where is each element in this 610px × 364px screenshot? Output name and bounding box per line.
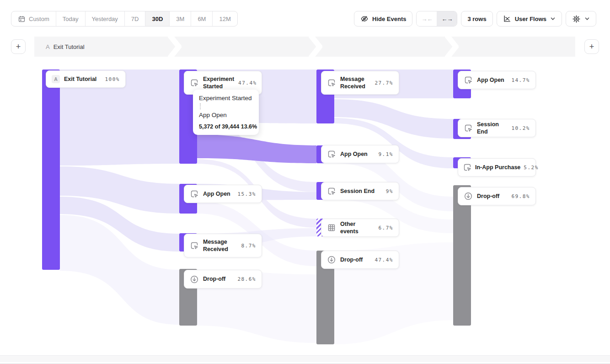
date-range-30d[interactable]: 30D <box>145 11 169 26</box>
cursor-click-icon <box>327 78 336 87</box>
chevron-down-icon <box>550 16 556 21</box>
step-header-band: A Exit Tutorial <box>34 37 575 57</box>
cursor-click-icon <box>463 163 472 172</box>
cursor-click-icon <box>327 150 336 159</box>
date-range-label: Custom <box>29 16 49 22</box>
flow-node-in-app-purchase-4[interactable]: In-App Purchase 5.2% <box>458 158 536 177</box>
collapse-expand-toggle: →← ←→ <box>416 11 457 27</box>
user-flows-app: Custom Today Yesterday 7D 30D 3M 6M 12M … <box>0 0 610 364</box>
flow-node-message-received-2[interactable]: Message Received 8.7% <box>184 234 262 257</box>
flow-node-session-end-4[interactable]: Session End 10.2% <box>458 119 536 137</box>
gear-icon <box>572 15 581 23</box>
date-range-control: Custom Today Yesterday 7D 30D 3M 6M 12M <box>11 11 238 27</box>
tooltip-from-event: Experiment Started <box>199 95 253 102</box>
flow-node-dropoff-3[interactable]: Drop-off 47.4% <box>321 251 399 269</box>
rows-button[interactable]: 3 rows <box>461 11 492 27</box>
cursor-click-icon <box>190 241 199 250</box>
step-separator-chevron <box>168 37 182 57</box>
flow-node-session-end-3[interactable]: Session End 9% <box>321 182 399 200</box>
flow-node-dropoff-4[interactable]: Drop-off 69.8% <box>458 187 536 205</box>
toolbar-right: Hide Events →← ←→ 3 rows <box>354 11 596 27</box>
grid-icon <box>327 223 336 232</box>
step-a-header[interactable]: A Exit Tutorial <box>46 37 85 57</box>
flow-node-dropoff-2[interactable]: Drop-off 28.6% <box>184 270 262 289</box>
date-range-today[interactable]: Today <box>56 11 85 26</box>
cursor-click-icon <box>190 189 199 198</box>
step-separator-chevron <box>309 37 322 57</box>
cursor-click-icon <box>327 187 336 196</box>
date-range-3m[interactable]: 3M <box>169 11 191 26</box>
flows-chart-icon <box>503 15 511 23</box>
step-name: Exit Tutorial <box>54 43 85 50</box>
settings-button[interactable] <box>566 11 596 27</box>
calendar-icon <box>18 15 26 23</box>
arrow-down-circle-icon <box>327 255 336 264</box>
chevron-down-icon <box>584 16 590 21</box>
step-separator-chevron <box>445 37 459 57</box>
tooltip-to-event: App Open <box>199 112 253 118</box>
collapse-columns-button[interactable]: →← <box>417 11 437 26</box>
view-selector[interactable]: User Flows <box>497 11 562 27</box>
cursor-click-icon <box>190 78 199 87</box>
flow-node-other-events-3[interactable]: Other events 6.7% <box>321 219 399 237</box>
cursor-click-icon <box>464 75 473 85</box>
step-a-badge: A <box>52 75 60 83</box>
flow-node-app-open-2[interactable]: App Open 15.3% <box>184 185 262 203</box>
step-prefix: A <box>46 43 50 50</box>
toolbar: Custom Today Yesterday 7D 30D 3M 6M 12M … <box>11 11 596 27</box>
add-step-right-button[interactable]: + <box>584 39 599 54</box>
add-step-left-button[interactable]: + <box>11 39 26 54</box>
flow-node-message-received-3[interactable]: Message Received 27.7% <box>321 71 399 95</box>
flow-bar-exit-tutorial[interactable] <box>42 70 60 270</box>
arrows-inward-icon: →← <box>421 16 432 22</box>
date-range-yesterday[interactable]: Yesterday <box>85 11 124 26</box>
flow-node-app-open-4[interactable]: App Open 14.7% <box>458 71 536 89</box>
flow-bar-dropoff-4[interactable] <box>453 185 471 326</box>
arrow-down-circle-icon <box>190 275 199 284</box>
date-range-custom[interactable]: Custom <box>11 11 56 26</box>
date-range-6m[interactable]: 6M <box>191 11 212 26</box>
eye-off-icon <box>360 15 369 23</box>
arrow-down-circle-icon <box>464 192 473 201</box>
expand-columns-button[interactable]: ←→ <box>437 11 457 26</box>
date-range-7d[interactable]: 7D <box>124 11 145 26</box>
cursor-click-icon <box>464 123 473 133</box>
date-range-12m[interactable]: 12M <box>212 11 237 26</box>
link-tooltip: Experiment Started App Open 5,372 of 39,… <box>193 90 259 135</box>
tooltip-stat: 5,372 of 39,444 13.6% <box>199 123 253 130</box>
arrows-outward-icon: ←→ <box>441 16 452 22</box>
flow-node-app-open-3[interactable]: App Open 9.1% <box>321 145 399 163</box>
hide-events-button[interactable]: Hide Events <box>354 11 412 27</box>
flow-node-exit-tutorial[interactable]: A Exit Tutorial 100% <box>46 70 126 88</box>
bottom-scroll-strip[interactable] <box>0 355 610 362</box>
tooltip-connector-dots <box>200 103 201 109</box>
